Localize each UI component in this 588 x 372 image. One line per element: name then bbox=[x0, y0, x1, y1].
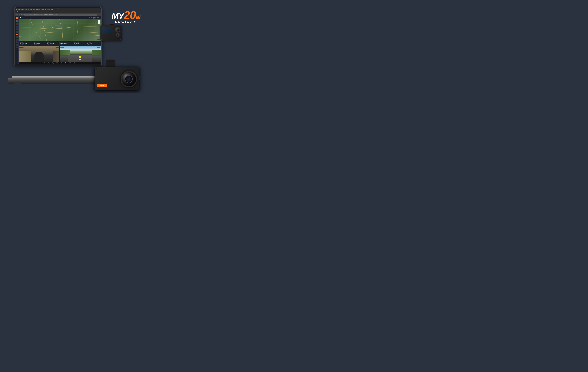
menu-file[interactable]: File bbox=[25, 9, 27, 10]
zoom-record[interactable]: Record bbox=[69, 62, 71, 63]
zoom-reactions[interactable]: Reactions bbox=[73, 62, 76, 63]
brand-ai-text: ai bbox=[136, 14, 141, 20]
zoom-start-video[interactable]: Start Video bbox=[47, 62, 50, 63]
user-name: Ken Evans bbox=[95, 17, 99, 18]
brand-my20-container: MY 20 ai bbox=[111, 10, 141, 21]
app-layout: K Thor Odinson bbox=[15, 16, 101, 64]
large-cam-screw-tl bbox=[96, 68, 97, 69]
user-role: Superadmin bbox=[95, 18, 99, 19]
map-area[interactable]: + − 100mi bbox=[19, 19, 101, 41]
road-camera-feed: 🚗 ROAD ONLINE bbox=[60, 46, 101, 62]
sidebar-icon-3[interactable] bbox=[16, 29, 18, 30]
video-icon bbox=[48, 62, 49, 63]
stat-velocity: VELOCITY 45.36 mph 1.24 7.82% bbox=[20, 42, 33, 45]
sidebar-icon-6[interactable] bbox=[16, 36, 18, 38]
sidebar-icon-5[interactable] bbox=[16, 34, 18, 35]
driver-icon: 👤 bbox=[20, 47, 21, 48]
odometer-icon bbox=[47, 43, 48, 44]
sidebar-icon-9[interactable] bbox=[16, 44, 18, 46]
road-cam-status: ONLINE bbox=[97, 47, 100, 48]
url-bar[interactable]: tower.konexial.com/drivers/6186?driverTa… bbox=[23, 14, 97, 16]
laptop-foot-left bbox=[14, 83, 21, 84]
menu-tab[interactable]: Tab bbox=[45, 9, 46, 10]
small-cam-screen bbox=[102, 27, 112, 34]
user-avatar bbox=[93, 17, 95, 19]
menu-history[interactable]: History bbox=[33, 9, 35, 10]
driver-cam-label: 👤 DRIVER bbox=[19, 47, 23, 48]
header-user: Ken Evans Superadmin ▾ bbox=[93, 17, 99, 19]
stats-bar: VELOCITY 45.36 mph 1.24 7.82% RPM bbox=[19, 41, 101, 46]
sidebar-icon-10[interactable] bbox=[16, 47, 18, 48]
velocity-icon bbox=[20, 43, 21, 44]
map-background bbox=[19, 19, 101, 41]
browser-tab-bar: Thor Odinson | MY20 Tower | T... × bbox=[15, 10, 101, 13]
large-dashcam: MY20 LOGICAM bbox=[94, 60, 144, 90]
search-icon[interactable] bbox=[89, 17, 90, 19]
app-header: Thor Odinson Ken Evans Superadmin ▾ bbox=[19, 16, 101, 19]
user-info: Ken Evans Superadmin bbox=[95, 17, 99, 19]
road-icon: 🚗 bbox=[61, 47, 62, 48]
menu-view[interactable]: View bbox=[30, 9, 32, 10]
zoom-security[interactable]: Security bbox=[52, 62, 54, 63]
driver-name-header: Thor Odinson bbox=[20, 17, 88, 19]
laptop-camera bbox=[57, 8, 59, 9]
road-center-line bbox=[79, 56, 81, 61]
sidebar-icon-4[interactable] bbox=[16, 31, 18, 33]
menu-chrome[interactable]: Chrome bbox=[21, 9, 24, 10]
laptop-device: Chrome File Edit View History Bookmarks … bbox=[12, 7, 104, 87]
zoom-mute[interactable]: Mute bbox=[43, 62, 45, 63]
laptop-screen-bezel: Chrome File Edit View History Bookmarks … bbox=[14, 7, 102, 65]
menu-bookmarks[interactable]: Bookmarks bbox=[36, 9, 40, 10]
sidebar-logo[interactable]: K bbox=[16, 17, 18, 19]
driver-cam-status: ONLINE bbox=[55, 47, 59, 48]
laptop-bottom bbox=[8, 78, 107, 84]
driver-body bbox=[34, 51, 44, 62]
sidebar-icon-1[interactable] bbox=[16, 23, 18, 25]
menu-people[interactable]: People bbox=[41, 9, 44, 10]
forward-button[interactable]: › bbox=[19, 14, 20, 15]
sidebar-icon-7[interactable] bbox=[16, 39, 18, 41]
share-screen-icon bbox=[65, 62, 66, 63]
back-button[interactable]: ‹ bbox=[16, 14, 18, 15]
map-zoom-out[interactable]: − bbox=[98, 22, 100, 24]
zoom-share-screen[interactable]: Share Screen bbox=[64, 62, 67, 63]
mac-minimize-btn[interactable] bbox=[18, 9, 19, 10]
mac-menu-items: Chrome File Edit View History Bookmarks … bbox=[21, 9, 53, 10]
notification-icon[interactable] bbox=[91, 17, 92, 19]
user-dropdown-icon[interactable]: ▾ bbox=[99, 17, 99, 18]
brand-20-text: 20 bbox=[124, 10, 136, 21]
security-icon bbox=[52, 62, 53, 63]
menu-help[interactable]: Help bbox=[51, 9, 52, 10]
camera-feeds: 👤 DRIVER ONLINE bbox=[19, 46, 101, 62]
trees-right bbox=[93, 50, 101, 56]
small-dual-camera bbox=[99, 24, 125, 45]
car-door-right bbox=[53, 51, 59, 62]
stat-engine-hours: ENGINE HOURS 79.65h — 0 0% bbox=[73, 42, 86, 45]
zoom-participants[interactable]: Participants bbox=[55, 62, 59, 63]
url-text: tower.konexial.com/drivers/6186?driverTa… bbox=[24, 14, 57, 15]
menu-window[interactable]: Window bbox=[47, 9, 50, 10]
stat-altitude: ALTITUDE 1,138.45 ft — 0% bbox=[60, 42, 73, 45]
sidebar-icon-2[interactable] bbox=[16, 26, 18, 28]
brand-my-text: MY bbox=[111, 12, 124, 20]
header-icons bbox=[89, 17, 92, 19]
laptop-screen: Chrome File Edit View History Bookmarks … bbox=[15, 8, 101, 64]
system-time: Wed Apr 28 10:49 AM bbox=[53, 9, 100, 10]
mac-fullscreen-btn[interactable] bbox=[19, 9, 20, 10]
menu-edit[interactable]: Edit bbox=[28, 9, 29, 10]
rpm-icon bbox=[34, 43, 35, 44]
browser-tab-active[interactable]: Thor Odinson | MY20 Tower | T... × bbox=[16, 11, 32, 13]
sidebar-icon-8[interactable] bbox=[16, 41, 18, 43]
small-cam-lens-1 bbox=[115, 27, 120, 32]
reload-button[interactable]: ↻ bbox=[21, 14, 22, 15]
stat-odometer: ODOMETER 2,719.96 mi 0.01 0% bbox=[46, 42, 60, 45]
large-cam-mount bbox=[106, 60, 115, 67]
map-zoom-in[interactable]: + bbox=[98, 20, 100, 22]
screw-tr bbox=[120, 39, 121, 40]
brand-logicam-text: LOGICAM bbox=[111, 20, 141, 24]
zoom-chat[interactable]: Chat bbox=[61, 62, 62, 63]
cam-top-detail bbox=[108, 67, 126, 67]
stat-rpm: RPM 2,089 rpm 422 25.31% bbox=[33, 42, 46, 45]
tab-close[interactable]: × bbox=[30, 11, 31, 12]
mac-close-btn[interactable] bbox=[16, 9, 17, 10]
